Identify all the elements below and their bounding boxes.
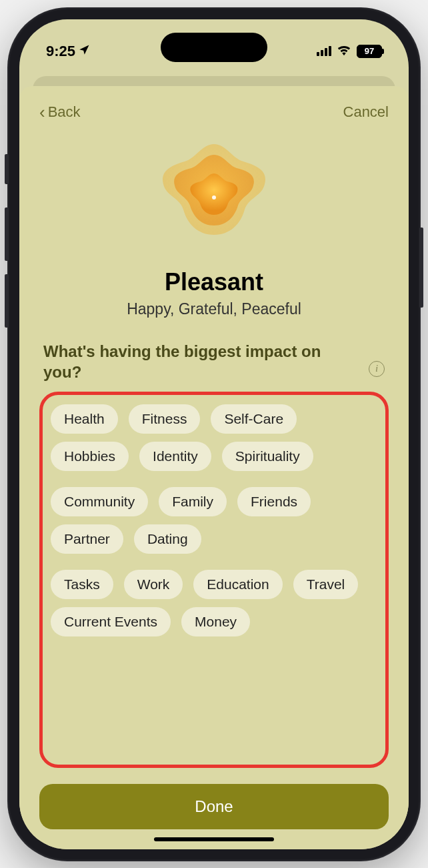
battery-icon: 97 — [357, 45, 382, 58]
dynamic-island — [161, 33, 267, 62]
status-time: 9:25 — [46, 43, 75, 60]
chip-fitness[interactable]: Fitness — [129, 404, 201, 434]
chip-partner[interactable]: Partner — [51, 524, 123, 554]
signal-icon — [317, 46, 331, 56]
chip-dating[interactable]: Dating — [134, 524, 201, 554]
status-left: 9:25 — [46, 32, 90, 60]
chip-work[interactable]: Work — [124, 570, 183, 599]
status-right: 97 — [317, 33, 382, 59]
home-indicator[interactable] — [154, 837, 274, 841]
mood-flower-icon — [154, 136, 274, 256]
chip-travel[interactable]: Travel — [293, 570, 359, 599]
nav-bar: ‹ Back Cancel — [39, 102, 389, 123]
wifi-icon — [337, 44, 351, 59]
volume-up — [5, 207, 9, 261]
chips-container: Health Fitness Self-Care Hobbies Identit… — [39, 392, 389, 768]
power-button — [419, 228, 423, 308]
chip-tasks[interactable]: Tasks — [51, 570, 113, 599]
mood-subtitle: Happy, Grateful, Peaceful — [39, 300, 389, 318]
screen: 9:25 97 — [19, 19, 409, 849]
chip-family[interactable]: Family — [159, 487, 227, 516]
chip-identity[interactable]: Identity — [139, 442, 211, 471]
chip-group-0: Health Fitness Self-Care Hobbies Identit… — [51, 404, 377, 471]
mood-title: Pleasant — [39, 268, 389, 296]
question-text: What's having the biggest impact on you? — [43, 341, 361, 382]
battery-level: 97 — [365, 46, 374, 56]
question-row: What's having the biggest impact on you?… — [39, 341, 389, 382]
chip-friends[interactable]: Friends — [237, 487, 311, 516]
back-label: Back — [48, 103, 81, 121]
chip-money[interactable]: Money — [181, 607, 250, 636]
chip-community[interactable]: Community — [51, 487, 148, 516]
mute-switch — [5, 154, 9, 184]
chip-current-events[interactable]: Current Events — [51, 607, 171, 636]
chip-group-2: Tasks Work Education Travel Current Even… — [51, 570, 377, 636]
chip-self-care[interactable]: Self-Care — [211, 404, 297, 434]
back-button[interactable]: ‹ Back — [39, 102, 81, 123]
mood-icon-wrap — [39, 136, 389, 256]
volume-down — [5, 274, 9, 328]
chip-health[interactable]: Health — [51, 404, 118, 434]
cancel-button[interactable]: Cancel — [343, 103, 389, 121]
chip-group-1: Community Family Friends Partner Dating — [51, 487, 377, 554]
svg-point-0 — [212, 195, 216, 199]
main-card: ‹ Back Cancel — [19, 86, 409, 849]
phone-frame: 9:25 97 — [7, 7, 421, 861]
chip-education[interactable]: Education — [193, 570, 282, 599]
chevron-left-icon: ‹ — [39, 102, 45, 123]
info-icon[interactable]: i — [369, 361, 385, 377]
location-icon — [78, 43, 90, 60]
chip-spirituality[interactable]: Spirituality — [222, 442, 313, 471]
done-button[interactable]: Done — [39, 784, 389, 829]
chip-hobbies[interactable]: Hobbies — [51, 442, 129, 471]
